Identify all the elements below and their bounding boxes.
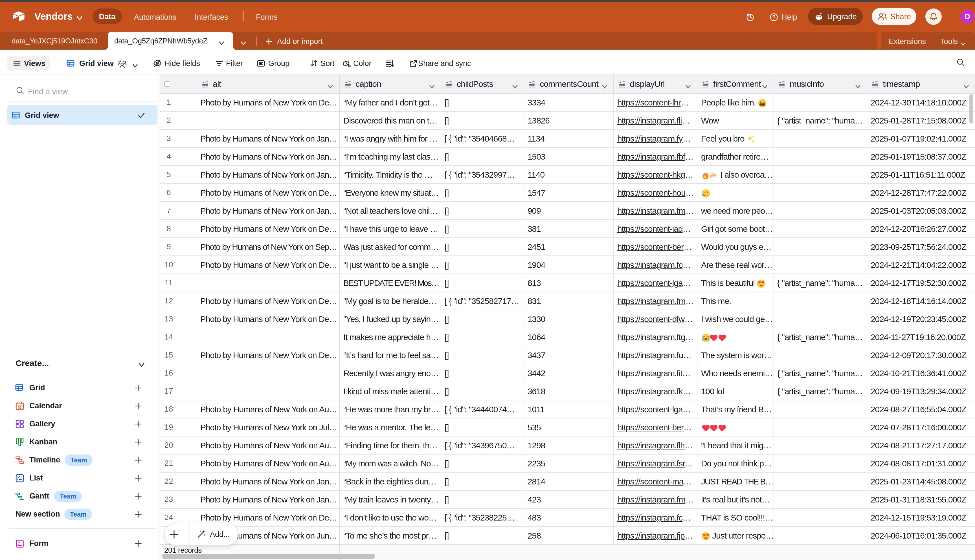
svg-text:31: 31 — [18, 405, 22, 409]
